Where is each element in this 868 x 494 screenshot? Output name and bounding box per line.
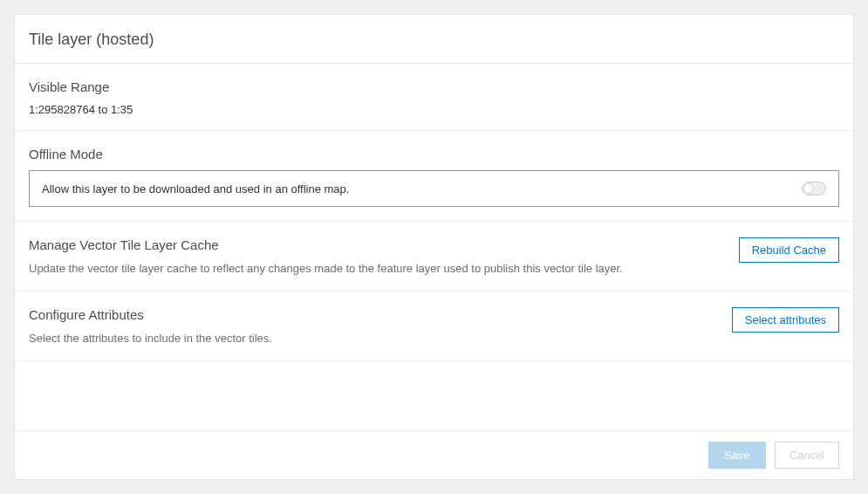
offline-mode-label: Offline Mode — [29, 147, 839, 161]
select-attributes-button[interactable]: Select attributes — [732, 307, 839, 333]
visible-range-value: 1:295828764 to 1:35 — [29, 103, 839, 116]
visible-range-section: Visible Range 1:295828764 to 1:35 — [15, 64, 853, 131]
offline-mode-toggle-text: Allow this layer to be downloaded and us… — [42, 182, 349, 196]
panel-header: Tile layer (hosted) — [15, 15, 853, 64]
offline-mode-toggle[interactable] — [802, 182, 826, 196]
manage-cache-label: Manage Vector Tile Layer Cache — [29, 237, 725, 252]
settings-panel: Tile layer (hosted) Visible Range 1:2958… — [14, 14, 854, 480]
footer: Save Cancel — [15, 430, 853, 479]
configure-attributes-section: Configure Attributes Select the attribut… — [15, 292, 853, 361]
visible-range-label: Visible Range — [29, 79, 839, 94]
toggle-knob — [803, 183, 814, 194]
rebuild-cache-button[interactable]: Rebuild Cache — [739, 237, 839, 263]
save-button[interactable]: Save — [708, 442, 766, 469]
configure-attributes-description: Select the attributes to include in the … — [29, 331, 718, 346]
manage-cache-description: Update the vector tile layer cache to re… — [29, 261, 725, 277]
manage-cache-section: Manage Vector Tile Layer Cache Update th… — [15, 222, 853, 292]
offline-mode-toggle-row: Allow this layer to be downloaded and us… — [29, 170, 839, 207]
configure-attributes-label: Configure Attributes — [29, 307, 718, 322]
cancel-button[interactable]: Cancel — [775, 442, 839, 469]
panel-title: Tile layer (hosted) — [29, 31, 839, 49]
offline-mode-section: Offline Mode Allow this layer to be down… — [15, 131, 853, 222]
